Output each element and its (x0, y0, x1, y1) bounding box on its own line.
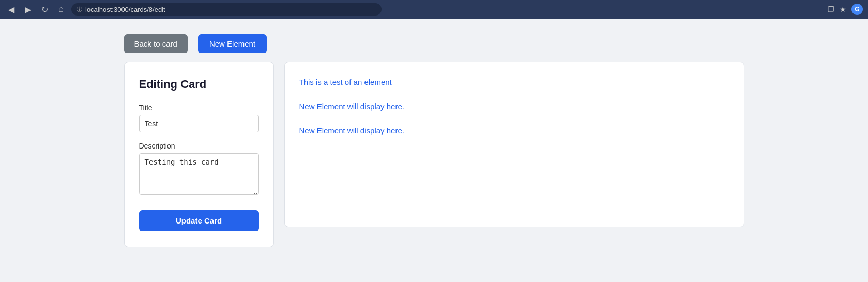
back-to-card-button[interactable]: Back to card (124, 34, 188, 53)
element-item-1: This is a test of an element (299, 78, 729, 86)
refresh-button[interactable]: ↻ (38, 3, 51, 16)
new-element-button[interactable]: New Element (198, 34, 267, 53)
element-placeholder-1: New Element will display here. (299, 102, 729, 111)
title-input[interactable] (139, 115, 259, 132)
share-icon[interactable]: ❐ (828, 5, 834, 13)
content-area: Editing Card Title Description Update Ca… (124, 62, 744, 247)
back-nav-button[interactable]: ◀ (5, 3, 18, 16)
page-content: Back to card New Element Editing Card Ti… (0, 19, 868, 282)
element-placeholder-2: New Element will display here. (299, 126, 729, 135)
forward-nav-button[interactable]: ▶ (22, 3, 34, 16)
url-text: localhost:3000/cards/8/edit (85, 6, 165, 13)
home-button[interactable]: ⌂ (55, 3, 67, 16)
star-icon[interactable]: ★ (840, 5, 846, 13)
browser-chrome: ◀ ▶ ↻ ⌂ ⓘ localhost:3000/cards/8/edit ❐ … (0, 0, 868, 19)
browser-actions: ❐ ★ G (828, 4, 863, 15)
lock-icon: ⓘ (77, 6, 82, 13)
main-container: Back to card New Element Editing Card Ti… (124, 34, 744, 266)
description-textarea[interactable] (139, 153, 259, 195)
top-actions: Back to card New Element (124, 34, 744, 53)
title-label: Title (139, 103, 259, 112)
title-form-group: Title (139, 103, 259, 132)
update-card-button[interactable]: Update Card (139, 210, 259, 231)
address-bar[interactable]: ⓘ localhost:3000/cards/8/edit (71, 3, 382, 16)
edit-card: Editing Card Title Description Update Ca… (124, 62, 274, 247)
description-form-group: Description (139, 142, 259, 197)
edit-card-heading: Editing Card (139, 78, 259, 91)
description-label: Description (139, 142, 259, 150)
elements-panel: This is a test of an element New Element… (284, 62, 744, 227)
user-avatar[interactable]: G (851, 4, 863, 15)
